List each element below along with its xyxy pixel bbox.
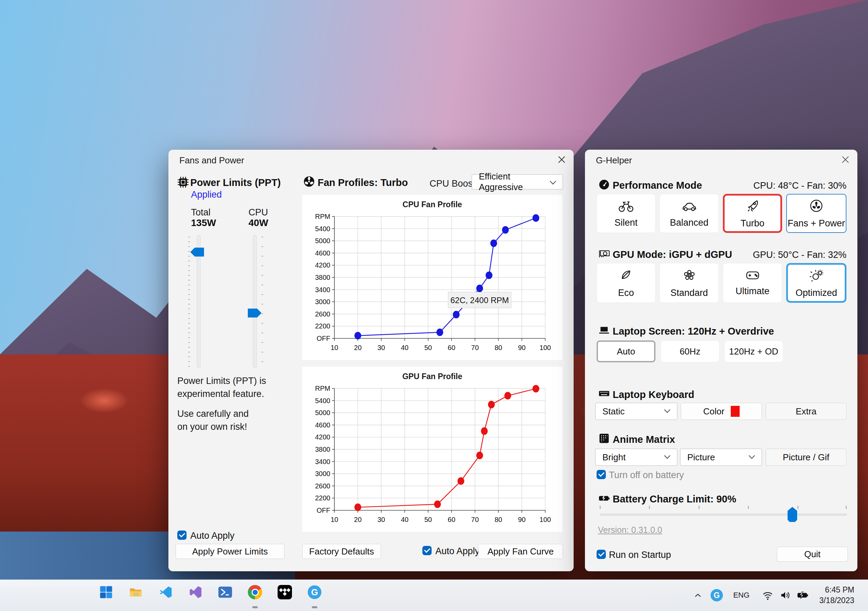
svg-text:70: 70 (471, 344, 479, 351)
close-icon[interactable] (555, 153, 568, 166)
cpu-limit-value: 40W (248, 218, 268, 229)
battery-charging-icon[interactable] (795, 588, 811, 603)
visual-studio-icon[interactable] (187, 584, 204, 600)
anime-mode-dropdown[interactable]: Picture (680, 449, 762, 466)
gpu-fan-profile-chart[interactable]: GPU Fan Profile102030405060708090100OFF2… (302, 367, 563, 532)
apply-fan-curve-button[interactable]: Apply Fan Curve (478, 544, 563, 559)
ghelper-title: G-Helper (596, 155, 632, 166)
taskbar: G G ENG 6:45 PM 3/18/2023 (0, 580, 868, 611)
cpu-boost-value: Efficient Aggressive (479, 171, 556, 193)
gauge-icon (598, 179, 611, 191)
cpu-temp-status: CPU: 48°C - Fan: 30% (753, 180, 846, 191)
gpu-optimized-button[interactable]: Optimized (786, 263, 846, 303)
svg-text:5000: 5000 (315, 237, 331, 244)
gpu-card-icon (598, 248, 611, 261)
battery-slider-handle[interactable] (787, 507, 797, 522)
gamepad-icon (745, 269, 760, 284)
power-limits-note-2: Use carefully and on your own risk! (177, 407, 249, 433)
svg-text:100: 100 (539, 344, 551, 351)
mode-fans-power-button[interactable]: Fans + Power (786, 194, 846, 233)
mode-silent-button[interactable]: Silent (597, 194, 656, 233)
powershell-icon[interactable] (217, 584, 233, 600)
wifi-icon[interactable] (761, 588, 775, 603)
anime-brightness-dropdown[interactable]: Bright (595, 449, 677, 466)
file-explorer-icon[interactable] (128, 584, 144, 600)
svg-text:80: 80 (494, 344, 502, 351)
tray-clock[interactable]: 6:45 PM 3/18/2023 (819, 585, 854, 606)
anime-picture-gif-button[interactable]: Picture / Gif (766, 449, 846, 466)
keyboard-color-label: Color (703, 406, 724, 417)
svg-text:10: 10 (331, 516, 338, 523)
apply-power-limits-button[interactable]: Apply Power Limits (175, 544, 284, 559)
screen-auto-button[interactable]: Auto (597, 340, 656, 362)
total-slider-handle[interactable] (190, 248, 204, 257)
flower-icon (682, 268, 697, 285)
fans-and-power-window: Fans and Power Power Limits (PPT) Applie… (168, 150, 574, 571)
svg-text:GPU Fan Profile: GPU Fan Profile (402, 372, 462, 381)
factory-defaults-button[interactable]: Factory Defaults (302, 544, 381, 559)
svg-text:2600: 2600 (315, 310, 331, 318)
svg-text:40: 40 (401, 516, 408, 523)
cpu-boost-dropdown[interactable]: Efficient Aggressive (472, 174, 563, 190)
screen-120hz-label: 120Hz + OD (729, 346, 778, 357)
version-link[interactable]: Version: 0.31.0.0 (598, 525, 662, 535)
svg-text:3000: 3000 (315, 470, 331, 477)
svg-text:90: 90 (518, 516, 525, 523)
mode-turbo-label: Turbo (741, 218, 765, 229)
bulb-gear-icon (809, 268, 824, 285)
ghelper-window: G-Helper Performance Mode CPU: 48°C - Fa… (585, 150, 857, 571)
gpu-eco-button[interactable]: Eco (597, 263, 656, 303)
tidal-icon[interactable] (277, 584, 293, 600)
screen-120hz-button[interactable]: 120Hz + OD (724, 340, 783, 362)
gpu-mode-heading: GPU Mode: iGPU + dGPU (613, 249, 732, 260)
battery-slider-track[interactable] (600, 513, 847, 516)
volume-icon[interactable] (778, 588, 793, 603)
gpu-standard-button[interactable]: Standard (660, 263, 719, 303)
quit-button[interactable]: Quit (777, 547, 848, 562)
tray-ghelper-icon[interactable]: G (709, 588, 724, 603)
total-limit-label: Total (191, 207, 211, 218)
cpu-fan-profile-chart[interactable]: CPU Fan Profile102030405060708090100OFF2… (302, 195, 563, 360)
mode-turbo-button[interactable]: Turbo (723, 194, 782, 233)
power-auto-apply-checkbox[interactable] (177, 530, 186, 540)
svg-text:50: 50 (425, 344, 432, 351)
chrome-icon[interactable] (247, 584, 263, 600)
screen-60hz-button[interactable]: 60Hz (660, 340, 719, 362)
svg-text:CPU Fan Profile: CPU Fan Profile (403, 200, 462, 209)
fans-window-title: Fans and Power (179, 155, 244, 166)
fans-window-titlebar[interactable]: Fans and Power (168, 150, 574, 169)
tray-language[interactable]: ENG (732, 588, 751, 603)
screen-auto-label: Auto (617, 346, 635, 357)
battery-bolt-icon (598, 492, 611, 505)
anime-brightness-value: Bright (602, 452, 626, 463)
run-on-startup-checkbox[interactable] (597, 550, 606, 559)
chrome-running-indicator (252, 606, 258, 608)
gpu-temp-status: GPU: 50°C - Fan: 32% (753, 250, 846, 260)
fan-auto-apply-checkbox[interactable] (422, 546, 432, 555)
gpu-ultimate-button[interactable]: Ultimate (723, 263, 782, 303)
anime-mode-value: Picture (687, 452, 715, 463)
ghelper-taskbar-icon[interactable]: G (306, 584, 323, 600)
total-limit-value: 135W (191, 218, 216, 229)
turn-off-on-battery-checkbox[interactable] (597, 470, 606, 479)
svg-text:10: 10 (331, 344, 338, 351)
svg-text:20: 20 (354, 344, 361, 351)
mode-balanced-button[interactable]: Balanced (660, 194, 719, 233)
power-auto-apply-label: Auto Apply (190, 530, 234, 541)
svg-text:3800: 3800 (315, 446, 331, 453)
keyboard-mode-dropdown[interactable]: Static (595, 403, 677, 420)
keyboard-color-button[interactable]: Color (681, 403, 762, 420)
ghelper-logo: G (308, 585, 321, 599)
start-button[interactable] (98, 584, 114, 600)
vscode-icon[interactable] (157, 584, 174, 600)
cpu-slider-handle[interactable] (248, 309, 262, 317)
svg-text:3400: 3400 (315, 458, 331, 465)
svg-text:RPM: RPM (315, 213, 330, 220)
keyboard-extra-button[interactable]: Extra (766, 403, 846, 420)
cpu-slider-track[interactable] (253, 235, 257, 368)
tray-chevron-up-icon[interactable] (691, 588, 705, 603)
close-icon[interactable] (839, 153, 852, 166)
svg-text:4200: 4200 (315, 261, 331, 269)
svg-text:2200: 2200 (315, 322, 331, 330)
ghelper-titlebar[interactable]: G-Helper (585, 150, 857, 169)
